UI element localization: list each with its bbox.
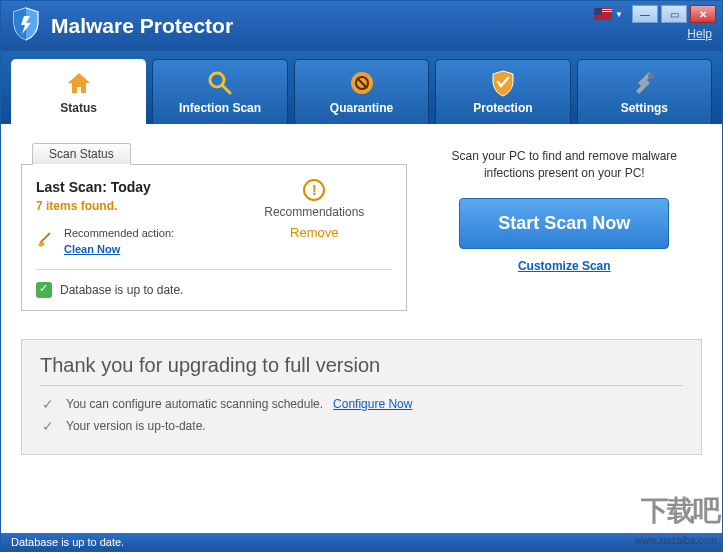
scan-status-panel: Scan Status Last Scan: Today 7 items fou… bbox=[21, 164, 407, 311]
svg-point-5 bbox=[648, 73, 654, 79]
nav-tabs: Status Infection Scan Quarantine Protect… bbox=[1, 51, 722, 124]
upgrade-title: Thank you for upgrading to full version bbox=[40, 354, 683, 377]
window-controls: ▼ — ▭ ✕ bbox=[594, 5, 716, 23]
tab-status[interactable]: Status bbox=[11, 59, 146, 124]
app-window: Malware Protector ▼ — ▭ ✕ Help Status In… bbox=[0, 0, 723, 552]
warning-icon: ! bbox=[303, 179, 325, 201]
remove-link[interactable]: Remove bbox=[237, 225, 392, 240]
database-ok-icon bbox=[36, 282, 52, 298]
recommended-action-label: Recommended action: bbox=[64, 227, 174, 239]
last-scan-label: Last Scan: Today bbox=[36, 179, 237, 195]
magnifier-icon bbox=[206, 69, 234, 97]
broom-icon bbox=[36, 227, 56, 251]
check-icon: ✓ bbox=[40, 418, 56, 434]
tab-label: Quarantine bbox=[330, 101, 393, 115]
status-bar: Database is up to date. bbox=[1, 533, 722, 551]
divider bbox=[36, 269, 392, 270]
quarantine-icon bbox=[348, 69, 376, 97]
settings-tools-icon bbox=[630, 69, 658, 97]
main-row: Scan Status Last Scan: Today 7 items fou… bbox=[21, 142, 702, 311]
scan-prompt-text: Scan your PC to find and remove malware … bbox=[427, 148, 702, 182]
content-area: Scan Status Last Scan: Today 7 items fou… bbox=[1, 124, 722, 533]
upgrade-row-1: ✓ You can configure automatic scanning s… bbox=[40, 396, 683, 412]
tab-label: Protection bbox=[473, 101, 532, 115]
recommendations-label: Recommendations bbox=[237, 205, 392, 219]
app-shield-icon bbox=[11, 6, 41, 46]
upgrade-text-1: You can configure automatic scanning sch… bbox=[66, 397, 323, 411]
items-found-text: 7 items found. bbox=[36, 199, 237, 213]
clean-now-link[interactable]: Clean Now bbox=[64, 243, 120, 255]
database-status-row: Database is up to date. bbox=[36, 282, 392, 298]
upgrade-row-2: ✓ Your version is up-to-date. bbox=[40, 418, 683, 434]
tab-infection-scan[interactable]: Infection Scan bbox=[152, 59, 287, 124]
customize-scan-link[interactable]: Customize Scan bbox=[427, 259, 702, 273]
upgrade-panel: Thank you for upgrading to full version … bbox=[21, 339, 702, 455]
home-icon bbox=[65, 69, 93, 97]
protection-shield-icon bbox=[489, 69, 517, 97]
divider bbox=[40, 385, 683, 386]
svg-line-1 bbox=[222, 85, 230, 93]
tab-protection[interactable]: Protection bbox=[435, 59, 570, 124]
tab-label: Status bbox=[60, 101, 97, 115]
tab-quarantine[interactable]: Quarantine bbox=[294, 59, 429, 124]
help-link[interactable]: Help bbox=[687, 27, 712, 41]
tab-label: Infection Scan bbox=[179, 101, 261, 115]
tab-settings[interactable]: Settings bbox=[577, 59, 712, 124]
configure-now-link[interactable]: Configure Now bbox=[333, 397, 412, 411]
close-button[interactable]: ✕ bbox=[690, 5, 716, 23]
upgrade-text-2: Your version is up-to-date. bbox=[66, 419, 206, 433]
scan-status-tab[interactable]: Scan Status bbox=[32, 143, 131, 165]
scan-side-panel: Scan your PC to find and remove malware … bbox=[427, 142, 702, 311]
flag-icon[interactable] bbox=[594, 8, 612, 20]
status-bar-text: Database is up to date. bbox=[11, 536, 124, 548]
language-dropdown-icon[interactable]: ▼ bbox=[615, 10, 623, 19]
check-icon: ✓ bbox=[40, 396, 56, 412]
title-bar: Malware Protector ▼ — ▭ ✕ Help bbox=[1, 1, 722, 51]
tab-label: Settings bbox=[621, 101, 668, 115]
start-scan-button[interactable]: Start Scan Now bbox=[459, 198, 669, 249]
minimize-button[interactable]: — bbox=[632, 5, 658, 23]
database-status-text: Database is up to date. bbox=[60, 283, 183, 297]
maximize-button[interactable]: ▭ bbox=[661, 5, 687, 23]
app-title: Malware Protector bbox=[51, 14, 233, 38]
